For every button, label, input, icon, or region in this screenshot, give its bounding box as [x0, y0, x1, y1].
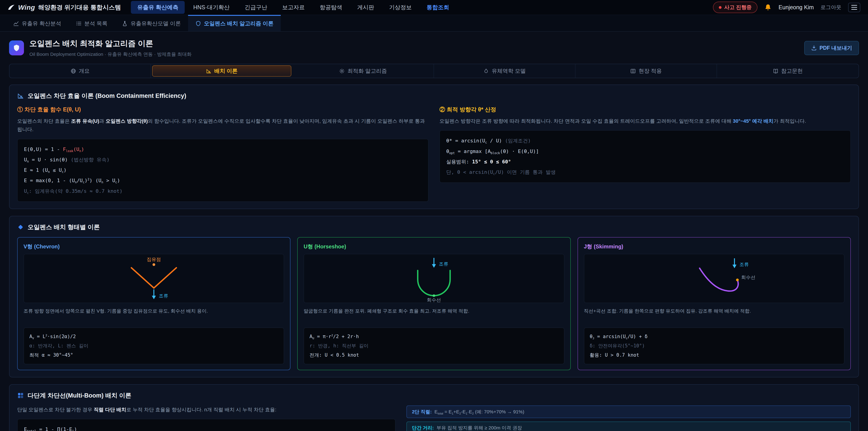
- page-shield-icon: [9, 40, 24, 55]
- nav-item-board[interactable]: 게시판: [351, 1, 380, 14]
- tab-label: 오일펜스 배치 알고리즘 이론: [204, 20, 274, 27]
- tab-analysis-list[interactable]: 분석 목록: [68, 15, 115, 31]
- hamburger-menu-button[interactable]: [848, 3, 860, 12]
- section-heading: 다단계 차단선(Multi-Boom) 배치 이론: [17, 392, 851, 400]
- multiboom-section: 다단계 차단선(Multi-Boom) 배치 이론 단일 오일펜스로 차단 불가…: [9, 384, 859, 431]
- j-boom-shape: [700, 268, 738, 291]
- j-boom-diagram: 조류 회수선: [584, 254, 844, 303]
- brand[interactable]: Wing 해양환경 위기대응 통합시스템: [8, 3, 121, 11]
- recovery-dot: [736, 278, 739, 281]
- theory-tab-field-application[interactable]: 현장 적용: [576, 64, 717, 78]
- note-spacing: 단간 거리: 부유 집적 방지를 위해 ≥ 200m 이격 권장: [406, 422, 851, 431]
- formula-line: θJ = arcsin(Uc/U) + δ: [590, 332, 839, 341]
- formula-line: AU = π·r2/2 + 2r·h: [309, 332, 558, 341]
- containment-columns: ① 차단 효율 함수 E(θ, U) 오일펜스의 차단 효율은 조류 유속(U)…: [17, 106, 851, 202]
- boom-card-j-type: J형 (Skimming) 조류 회수선 직선+곡선 조합. 기름을 한쪽으로 …: [578, 237, 851, 370]
- collection-point-dot: [153, 263, 155, 266]
- page-header: 오일펜스 배치 최적화 알고리즘 이론 Oil Boom Deployment …: [0, 32, 868, 63]
- optimal-angle-paragraph: 오일펜스 방향각은 조류 방향에 따라 최적화됩니다. 차단 면적과 오일 수집…: [439, 117, 851, 125]
- boom-card-title: V형 (Chevron): [24, 243, 284, 250]
- theory-tab-hydrodynamics[interactable]: 유체역학 모델: [434, 64, 576, 78]
- section-title: 다단계 차단선(Multi-Boom) 배치 이론: [28, 392, 131, 400]
- formula-line: δ: 안전여유각(5°~10°): [590, 341, 839, 350]
- recovery-dot: [433, 294, 435, 297]
- theory-tab-label: 유체역학 모델: [492, 67, 526, 74]
- top-navigation: Wing 해양환경 위기대응 통합시스템 유출유 확산예측 HNS·대기확산 긴…: [0, 0, 868, 15]
- tab-diffusion-model-theory[interactable]: 유출유확산모델 이론: [115, 15, 188, 31]
- boom-card-title: U형 (Horseshoe): [304, 243, 564, 250]
- tab-spill-diffusion-analysis[interactable]: 유출유 확산분석: [6, 15, 68, 31]
- formula-line: α: 반개각, L: 펜스 길이: [29, 341, 278, 350]
- theory-tab-optimization[interactable]: 최적화 알고리즘: [292, 64, 434, 78]
- ruler-icon: [206, 68, 212, 74]
- page-title-block: 오일펜스 배치 최적화 알고리즘 이론 Oil Boom Deployment …: [29, 38, 192, 57]
- page-subtitle: Oil Boom Deployment Optimization · 유출유 확…: [29, 51, 192, 57]
- main-menu: 유출유 확산예측 HNS·대기확산 긴급구난 보고자료 항공탐색 게시판 기상정…: [131, 1, 456, 14]
- recovery-label: 회수선: [427, 297, 441, 302]
- theory-tab-overview[interactable]: 개요: [9, 64, 151, 78]
- nav-item-integrated-search[interactable]: 통합조회: [420, 1, 456, 14]
- optimal-angle-column: ② 최적 방향각 θ* 산정 오일펜스 방향각은 조류 방향에 따라 최적화됩니…: [439, 106, 851, 202]
- tab-label: 유출유 확산분석: [22, 20, 61, 27]
- u-boom-diagram: 조류 회수선: [304, 254, 564, 303]
- containment-efficiency-section: 오일펜스 차단 효율 이론 (Boom Containment Efficien…: [9, 85, 859, 209]
- formula-line: 전개: U < 0.5 knot: [309, 350, 558, 360]
- list-icon: [76, 21, 82, 26]
- multiboom-columns: 단일 오일펜스로 차단 불가한 경우 직렬 다단 배치로 누적 차단 효율을 향…: [17, 405, 851, 431]
- gear-icon: [339, 68, 345, 74]
- incident-status-badge[interactable]: 사고 진행중: [713, 2, 757, 13]
- recovery-label: 회수선: [741, 275, 755, 280]
- note-label: 2단 직렬:: [412, 409, 432, 415]
- bell-icon[interactable]: [764, 4, 772, 11]
- workspace-tab-bar: 유출유 확산분석 분석 목록 유출유확산모델 이론 오일펜스 배치 알고리즘 이…: [0, 15, 868, 32]
- formula-line: E(θ,U) = 1 - Fleak(Un): [24, 144, 422, 155]
- nav-item-hns-air-diffusion[interactable]: HNS·대기확산: [187, 1, 236, 14]
- theory-tab-label: 개요: [79, 67, 90, 74]
- theory-tab-label: 배치 이론: [214, 67, 238, 74]
- v-boom-formula-block: AV = L2·sin(2α)/2 α: 반개각, L: 펜스 길이 최적 α …: [24, 328, 284, 364]
- formula-line: Etotal = 1 - Π(1-Ei): [24, 424, 389, 431]
- nav-item-aerial-search[interactable]: 항공탐색: [313, 1, 348, 14]
- formula-line: θ* = arcsin(Uc / U) (임계조건): [446, 135, 844, 146]
- system-title: 해양환경 위기대응 통합시스템: [38, 3, 121, 11]
- nav-item-weather-info[interactable]: 기상정보: [383, 1, 418, 14]
- droplet-icon: [483, 68, 489, 74]
- current-label: 조류: [159, 293, 168, 298]
- current-arrowhead: [733, 265, 737, 268]
- section-heading: 오일펜스 차단 효율 이론 (Boom Containment Efficien…: [17, 92, 851, 100]
- pdf-export-button[interactable]: PDF 내보내기: [804, 41, 859, 55]
- note-series-two-stage: 2단 직렬: Etotal = E1+E2-E1·E2 (예: 70%+70% …: [406, 405, 851, 418]
- pdf-export-label: PDF 내보내기: [819, 44, 852, 52]
- boom-layout-section: 오일펜스 배치 형태별 이론 V형 (Chevron) 집유점 조류 조류 방향…: [9, 216, 859, 377]
- boom-card-caption: 조류 방향 정면에서 양쪽으로 펼친 V형. 기름을 중앙 집유점으로 유도, …: [24, 307, 284, 324]
- theory-tab-deployment[interactable]: 배치 이론: [152, 65, 291, 76]
- multiboom-formula-column: 단일 오일펜스로 차단 불가한 경우 직렬 다단 배치로 누적 차단 효율을 향…: [17, 405, 396, 431]
- formula-line: E ≈ 1 (Un ≤ Uc): [24, 165, 422, 175]
- tab-boom-algorithm-theory[interactable]: 오일펜스 배치 알고리즘 이론: [188, 15, 281, 31]
- book-icon: [773, 68, 778, 74]
- collection-point-label: 집유점: [147, 257, 161, 262]
- u-boom-formula-block: AU = π·r2/2 + 2r·h r: 반경, h: 직선부 길이 전개: …: [304, 328, 564, 364]
- diamond-icon: [17, 224, 24, 230]
- wing-logo-icon: [8, 4, 15, 11]
- u-boom-shape: [418, 270, 450, 296]
- logout-button[interactable]: 로그아웃: [820, 4, 841, 11]
- formula-line: 단, θ < arcsin(Uc/U) 이면 기름 통과 발생: [446, 167, 844, 177]
- current-arrowhead: [432, 264, 436, 268]
- nav-item-oil-spill-prediction[interactable]: 유출유 확산예측: [131, 1, 185, 14]
- table-columns-icon: [630, 68, 636, 74]
- note-label: 단간 거리:: [412, 425, 434, 431]
- v-boom-shape: [131, 268, 176, 288]
- nav-item-reports[interactable]: 보고자료: [276, 1, 311, 14]
- theory-tab-references[interactable]: 참고문헌: [717, 64, 859, 78]
- logo-text: Wing: [18, 4, 35, 11]
- boom-card-title: J형 (Skimming): [584, 243, 844, 250]
- boom-card-v-type: V형 (Chevron) 집유점 조류 조류 방향 정면에서 양쪽으로 펼친 V…: [17, 237, 290, 370]
- globe-icon: [70, 68, 76, 74]
- note-text: Etotal = E1+E2-E1·E2 (예: 70%+70% → 91%): [434, 409, 524, 415]
- section-title: 오일펜스 차단 효율 이론 (Boom Containment Efficien…: [28, 92, 186, 100]
- nav-item-emergency-rescue[interactable]: 긴급구난: [238, 1, 274, 14]
- efficiency-formula-block: E(θ,U) = 1 - Fleak(Un) Un = U · sin(θ) (…: [17, 139, 429, 202]
- formula-line: AV = L2·sin(2α)/2: [29, 332, 278, 341]
- j-boom-formula-block: θJ = arcsin(Uc/U) + δ δ: 안전여유각(5°~10°) 활…: [584, 328, 844, 364]
